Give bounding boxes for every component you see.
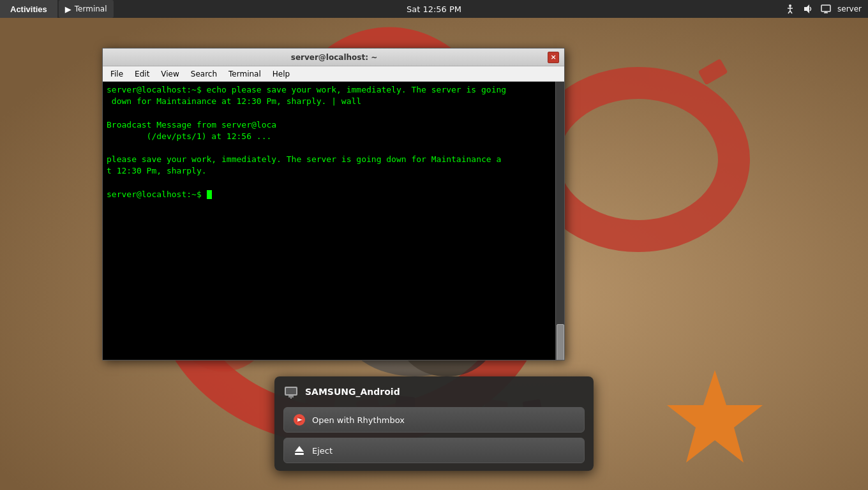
terminal-window[interactable]: server@localhost: ~ × File Edit View Sea… bbox=[102, 48, 565, 360]
terminal-scrollbar[interactable] bbox=[555, 82, 564, 360]
rhythmbox-icon bbox=[293, 413, 306, 426]
open-rhythmbox-button[interactable]: Open with Rhythmbox bbox=[283, 407, 585, 433]
terminal-titlebar: server@localhost: ~ × bbox=[103, 48, 564, 66]
usb-device-icon bbox=[283, 384, 299, 399]
topbar-right: server bbox=[784, 3, 868, 15]
menu-file[interactable]: File bbox=[105, 68, 128, 80]
display-icon[interactable] bbox=[819, 3, 832, 15]
svg-rect-38 bbox=[295, 453, 304, 455]
svg-marker-37 bbox=[295, 446, 304, 452]
topbar: Activities ▶ Terminal Sat 12:56 PM bbox=[0, 0, 868, 18]
svg-marker-25 bbox=[804, 4, 809, 13]
svg-rect-30 bbox=[286, 388, 296, 394]
desktop: Activities ▶ Terminal Sat 12:56 PM bbox=[0, 0, 868, 490]
usb-popup-header: SAMSUNG_Android bbox=[283, 384, 585, 399]
topbar-left: Activities ▶ Terminal bbox=[0, 0, 114, 18]
topbar-clock[interactable]: Sat 12:56 PM bbox=[407, 4, 461, 14]
svg-rect-26 bbox=[821, 5, 830, 11]
terminal-taskbar-item[interactable]: ▶ Terminal bbox=[59, 0, 114, 18]
terminal-title: server@localhost: ~ bbox=[121, 53, 548, 62]
svg-line-24 bbox=[790, 11, 792, 13]
menu-view[interactable]: View bbox=[156, 68, 184, 80]
terminal-menubar: File Edit View Search Terminal Help bbox=[103, 66, 564, 82]
usb-device-popup: SAMSUNG_Android Open with Rhythmbox Ej bbox=[274, 376, 594, 471]
terminal-cursor bbox=[207, 190, 212, 199]
terminal-text[interactable]: server@localhost:~$ echo please save you… bbox=[103, 82, 555, 360]
server-label[interactable]: server bbox=[837, 4, 862, 13]
menu-help[interactable]: Help bbox=[267, 68, 295, 80]
terminal-close-button[interactable]: × bbox=[548, 52, 559, 63]
eject-button[interactable]: Eject bbox=[283, 438, 585, 463]
scrollbar-thumb[interactable] bbox=[557, 324, 564, 360]
menu-edit[interactable]: Edit bbox=[130, 68, 154, 80]
terminal-taskbar-label: Terminal bbox=[75, 4, 107, 13]
eject-icon bbox=[293, 444, 306, 457]
usb-device-name: SAMSUNG_Android bbox=[305, 387, 400, 397]
audio-icon[interactable] bbox=[802, 3, 814, 15]
eject-label: Eject bbox=[312, 446, 333, 456]
terminal-content[interactable]: server@localhost:~$ echo please save you… bbox=[103, 82, 564, 360]
menu-search[interactable]: Search bbox=[186, 68, 222, 80]
accessibility-icon[interactable] bbox=[784, 3, 797, 15]
terminal-taskbar-icon: ▶ bbox=[65, 4, 71, 14]
open-rhythmbox-label: Open with Rhythmbox bbox=[312, 415, 405, 425]
svg-rect-31 bbox=[288, 396, 294, 397]
svg-point-20 bbox=[789, 4, 791, 7]
menu-terminal[interactable]: Terminal bbox=[223, 68, 266, 80]
activities-button[interactable]: Activities bbox=[0, 0, 57, 18]
